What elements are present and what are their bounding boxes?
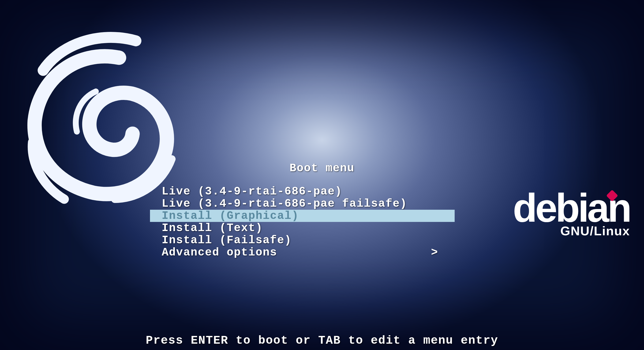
- menu-item-install-failsafe[interactable]: Install (Failsafe): [150, 234, 455, 246]
- boot-menu-list: Live (3.4-9-rtai-686-pae) Live (3.4-9-rt…: [150, 185, 455, 258]
- menu-item-install-text[interactable]: Install (Text): [150, 222, 455, 234]
- menu-item-live[interactable]: Live (3.4-9-rtai-686-pae): [150, 185, 455, 198]
- debian-brand-logo: debian GNU/Linux: [513, 190, 630, 238]
- menu-item-label: Live (3.4-9-rtai-686-pae failsafe): [162, 197, 407, 210]
- boot-menu-title: Boot menu: [0, 162, 644, 175]
- footer-hint: Press ENTER to boot or TAB to edit a men…: [0, 334, 644, 347]
- menu-item-label: Install (Graphical): [162, 209, 299, 222]
- menu-item-label: Install (Text): [162, 222, 263, 234]
- menu-item-install-graphical[interactable]: Install (Graphical): [150, 210, 455, 222]
- menu-item-advanced-options[interactable]: Advanced options >: [150, 246, 455, 258]
- menu-item-label: Advanced options: [162, 246, 277, 259]
- menu-item-live-failsafe[interactable]: Live (3.4-9-rtai-686-pae failsafe): [150, 198, 455, 210]
- chevron-right-icon: >: [431, 246, 438, 258]
- menu-item-label: Install (Failsafe): [162, 234, 292, 246]
- menu-item-label: Live (3.4-9-rtai-686-pae): [162, 185, 342, 198]
